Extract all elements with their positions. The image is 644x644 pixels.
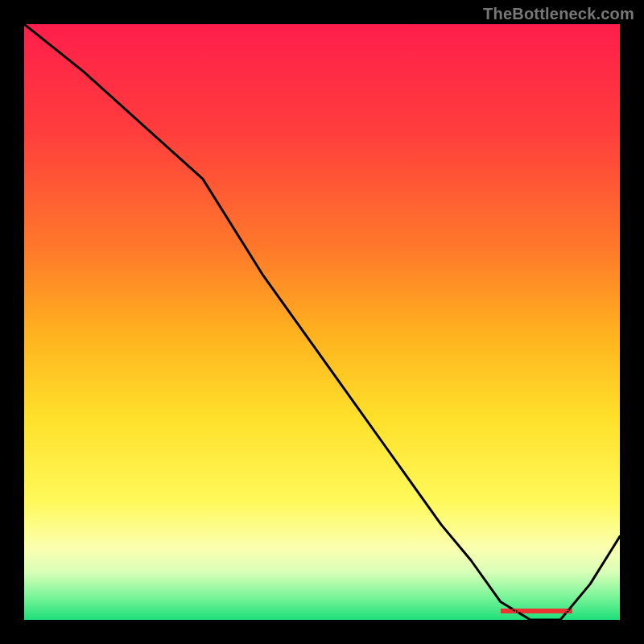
chart-frame: TheBottleneck.com OPTIMAL ZONE (0, 0, 644, 644)
attribution-text: TheBottleneck.com (483, 5, 634, 23)
gradient-background (24, 24, 620, 620)
optimal-zone-label: OPTIMAL ZONE (510, 607, 570, 615)
plot-area: OPTIMAL ZONE (24, 24, 620, 620)
chart-svg (24, 24, 620, 620)
